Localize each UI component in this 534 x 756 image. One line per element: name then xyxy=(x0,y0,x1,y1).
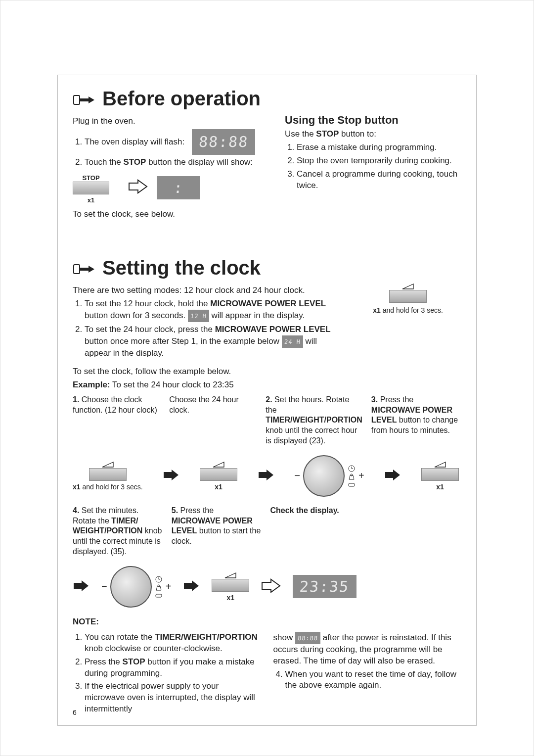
heading-before-operation: Before operation xyxy=(73,88,459,110)
setting-intro: There are two setting modes: 12 hour clo… xyxy=(73,285,337,296)
step2-text: 2. Set the hours. Rotate the TIMER/WEIGH… xyxy=(266,395,362,446)
stop-button-illustration: STOP x1 xyxy=(73,174,109,204)
step2-knob: − + xyxy=(294,455,364,497)
step3-text: 3. Press the MICROWAVE POWER LEVEL butto… xyxy=(371,395,459,446)
arrow-right-icon xyxy=(128,179,148,196)
display-8888-icon: 88:88 xyxy=(192,129,255,155)
hand-pointer-icon xyxy=(73,260,95,277)
note-li3b: show 88:88 after the power is reinstated… xyxy=(273,632,459,667)
note-heading: NOTE: xyxy=(73,616,459,628)
arrow-right-icon xyxy=(163,469,179,483)
svg-rect-4 xyxy=(349,483,355,486)
before-op-li1: The oven display will flash: 88:88 xyxy=(85,129,265,155)
mode-li1: To set the 12 hour clock, hold the MICRO… xyxy=(85,298,337,322)
display-result-icon: 23:35 xyxy=(293,575,356,598)
plug-in-text: Plug in the oven. xyxy=(73,116,265,127)
heading-setting-clock: Setting the clock xyxy=(73,257,459,279)
svg-rect-1 xyxy=(74,265,80,274)
using-stop-heading: Using the Stop button xyxy=(285,114,459,127)
display-colon-icon: : xyxy=(157,176,200,199)
note-li4: When you want to reset the time of day, … xyxy=(285,669,459,692)
step1-button: x1 and hold for 3 secs. xyxy=(73,461,143,491)
check-display-text: Check the display. xyxy=(270,506,360,557)
to-set-clock-text: To set the clock, see below. xyxy=(73,209,265,220)
note-li2: Press the STOP button if you make a mist… xyxy=(85,657,259,679)
triangle-icon xyxy=(401,283,414,290)
portion-icon xyxy=(348,481,356,487)
note-li3: If the electrical power supply to your m… xyxy=(85,681,259,715)
example-line: Example: To set the 24 hour clock to 23:… xyxy=(73,379,459,391)
step5-text: 5. Press the MICROWAVE POWER LEVEL butto… xyxy=(172,506,262,557)
weight-icon xyxy=(348,473,356,480)
portion-icon xyxy=(155,592,163,598)
display-24h-icon: 24 H xyxy=(282,335,303,348)
use-stop-li2: Stop the oven temporarily during cooking… xyxy=(297,155,459,167)
rb-caption: x1 and hold for 3 secs. xyxy=(373,306,443,315)
follow-example: To set the clock, follow the example bel… xyxy=(73,366,459,378)
note-li1: You can rotate the TIMER/WEIGHT/PORTION … xyxy=(85,632,259,655)
step3-button: x1 xyxy=(421,461,459,491)
arrow-right-icon xyxy=(183,579,200,594)
page-number: 6 xyxy=(73,709,77,716)
power-level-button-illustration xyxy=(389,290,427,303)
svg-rect-7 xyxy=(156,594,162,597)
step1b-text: Choose the 24 hour clock. xyxy=(169,395,257,446)
arrow-right-icon xyxy=(73,579,89,594)
hand-pointer-icon xyxy=(73,91,95,107)
display-12h-icon: 12 H xyxy=(188,310,209,322)
svg-rect-0 xyxy=(74,95,80,104)
arrow-right-icon xyxy=(384,469,401,483)
display-8888-small-icon: 88:88 xyxy=(295,632,320,644)
before-op-li2: Touch the STOP button the display will s… xyxy=(85,157,265,168)
mode-li2: To set the 24 hour clock, press the MICR… xyxy=(85,324,337,359)
use-stop-li1: Erase a mistake during programming. xyxy=(297,142,459,153)
step4-text: 4. Set the minutes. Rotate the TIMER/ WE… xyxy=(73,506,163,557)
step1-text: 1. Choose the clock function. (12 hour c… xyxy=(73,395,160,446)
step4-knob: − + xyxy=(101,566,171,608)
weight-icon xyxy=(155,584,163,591)
arrow-right-outline-icon xyxy=(261,578,281,595)
clock-icon xyxy=(155,575,163,583)
step1b-button: x1 xyxy=(200,461,237,491)
arrow-right-icon xyxy=(258,469,274,483)
step5-button: x1 xyxy=(212,572,249,602)
use-stop-li3: Cancel a programme during cooking, touch… xyxy=(297,169,459,191)
use-stop-text: Use the STOP button to: xyxy=(285,129,459,140)
clock-icon xyxy=(348,465,356,472)
